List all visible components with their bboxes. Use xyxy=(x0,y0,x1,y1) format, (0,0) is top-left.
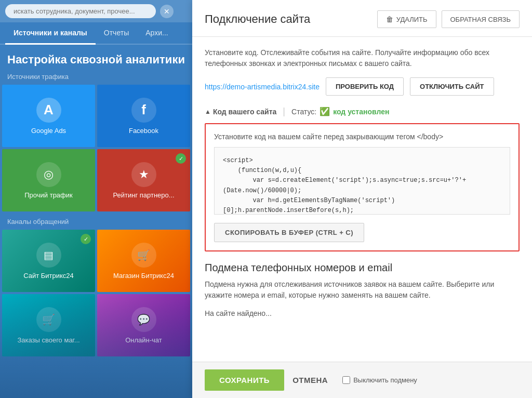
status-ok-icon: ✅ xyxy=(320,107,330,116)
disable-substitution-checkbox[interactable] xyxy=(342,376,350,384)
tab-sources[interactable]: Источники и каналы xyxy=(5,22,96,45)
tile-bitrix24-site[interactable]: ✓ ▤ Сайт Битрикс24 xyxy=(2,230,95,292)
channels-tiles: ✓ ▤ Сайт Битрикс24 🛒 Магазин Битрикс24 🛒… xyxy=(0,228,192,359)
search-input[interactable] xyxy=(5,4,156,18)
bitrix24-site-icon: ▤ xyxy=(36,243,61,268)
chevron-up-icon: ▲ xyxy=(205,108,211,115)
code-collapse-toggle[interactable]: ▲ Код вашего сайта xyxy=(205,108,276,116)
site-link[interactable]: https://demo-artismedia.bitrix24.site xyxy=(205,83,320,91)
divider: | xyxy=(283,106,285,117)
search-bar: ✕ xyxy=(0,0,192,22)
install-instruction: Установите код на вашем сайте перед закр… xyxy=(214,132,510,141)
copy-button[interactable]: СКОПИРОВАТЬ В БУФЕР (CTRL + C) xyxy=(214,223,364,242)
status-line: Статус: ✅ код установлен xyxy=(291,107,389,116)
checkbox-row: Выключить подмену xyxy=(342,376,417,384)
tab-reports[interactable]: Отчеты xyxy=(96,22,137,44)
tile-other-traffic-label: Прочий трафик xyxy=(24,191,73,199)
own-shop-icon: 🛒 xyxy=(36,307,61,332)
google-ads-icon: A xyxy=(36,98,61,123)
trash-icon: 🗑 xyxy=(386,15,393,23)
code-textarea[interactable]: <script> (function(w,d,u){ var s=d.creat… xyxy=(214,147,510,215)
code-section-header: ▲ Код вашего сайта | Статус: ✅ код устан… xyxy=(205,106,520,117)
tile-partner-rating-label: Рейтинг партнеро... xyxy=(113,191,174,199)
traffic-section-label: Источники трафика xyxy=(0,69,192,83)
tile-own-shop[interactable]: 🛒 Заказы своего маг... xyxy=(2,294,95,356)
page-title: Подключение сайта xyxy=(205,12,310,26)
facebook-icon: f xyxy=(131,98,156,123)
substitution-desc: Подмена нужна для отслеживания источнико… xyxy=(205,279,520,301)
tile-bitrix24-shop-label: Магазин Битрикс24 xyxy=(113,272,174,280)
right-panel: Подключение сайта 🗑 УДАЛИТЬ ОБРАТНАЯ СВЯ… xyxy=(192,0,532,398)
tile-google-ads[interactable]: A Google Ads xyxy=(2,85,95,147)
other-traffic-icon: ◎ xyxy=(36,162,61,187)
tile-online-chat-label: Онлайн-чат xyxy=(125,336,162,344)
cancel-button[interactable]: ОТМЕНА xyxy=(292,376,328,384)
tab-archive[interactable]: Архи... xyxy=(137,22,176,44)
site-link-row: https://demo-artismedia.bitrix24.site ПР… xyxy=(205,77,520,96)
left-panel: ✕ Источники и каналы Отчеты Архи... Наст… xyxy=(0,0,192,398)
disable-substitution-label: Выключить подмену xyxy=(353,376,417,384)
tile-online-chat[interactable]: 💬 Онлайн-чат xyxy=(97,294,190,356)
right-header: Подключение сайта 🗑 УДАЛИТЬ ОБРАТНАЯ СВЯ… xyxy=(192,0,532,37)
description-text: Установите код. Отслеживайте события на … xyxy=(205,47,520,69)
channels-section-label: Каналы обращений xyxy=(0,214,192,228)
header-buttons: 🗑 УДАЛИТЬ ОБРАТНАЯ СВЯЗЬ xyxy=(377,10,520,28)
tile-facebook[interactable]: f Facebook xyxy=(97,85,190,147)
tile-other-traffic[interactable]: ◎ Прочий трафик xyxy=(2,149,95,211)
traffic-tiles: A Google Ads f Facebook ◎ Прочий трафик … xyxy=(0,83,192,214)
delete-button[interactable]: 🗑 УДАЛИТЬ xyxy=(377,10,436,28)
bitrix24-shop-icon: 🛒 xyxy=(131,243,156,268)
partner-rating-icon: ★ xyxy=(131,162,156,187)
tile-facebook-label: Facebook xyxy=(129,127,158,135)
status-ok-text: код установлен xyxy=(333,108,389,116)
left-title: Настройка сквозной аналитики xyxy=(0,45,192,69)
save-button[interactable]: СОХРАНИТЬ xyxy=(205,369,284,391)
tile-bitrix24-shop[interactable]: 🛒 Магазин Битрикс24 xyxy=(97,230,190,292)
tile-partner-rating[interactable]: ✓ ★ Рейтинг партнеро... xyxy=(97,149,190,211)
tile-own-shop-label: Заказы своего маг... xyxy=(17,336,79,344)
tile-bitrix24-site-label: Сайт Битрикс24 xyxy=(23,272,74,280)
bottom-bar: СОХРАНИТЬ ОТМЕНА Выключить подмену xyxy=(192,362,532,398)
tile-bitrix24-check: ✓ xyxy=(81,234,91,244)
tile-google-ads-label: Google Ads xyxy=(31,127,66,135)
close-button[interactable]: ✕ xyxy=(160,5,174,18)
substitution-title: Подмена телефонных номеров и email xyxy=(205,262,520,274)
code-box-wrapper: Установите код на вашем сайте перед закр… xyxy=(205,123,520,251)
right-body: Установите код. Отслеживайте события на … xyxy=(192,37,532,369)
online-chat-icon: 💬 xyxy=(131,307,156,332)
partial-label: На сайте найдено... xyxy=(205,309,520,359)
disconnect-site-button[interactable]: ОТКЛЮЧИТЬ САЙТ xyxy=(410,77,494,96)
feedback-button[interactable]: ОБРАТНАЯ СВЯЗЬ xyxy=(442,10,520,28)
verify-code-button[interactable]: ПРОВЕРИТЬ КОД xyxy=(326,77,404,96)
tile-partner-check: ✓ xyxy=(176,153,186,164)
tabs-bar: Источники и каналы Отчеты Архи... xyxy=(0,22,192,45)
